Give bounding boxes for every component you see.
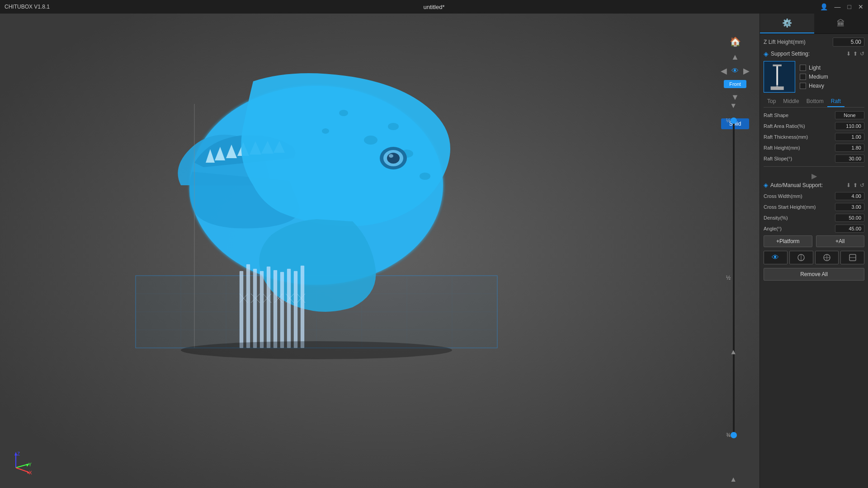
medium-checkbox-row[interactable]: Medium	[800, 74, 828, 80]
layer-toggle-button-3[interactable]	[840, 251, 864, 264]
auto-import-btn[interactable]: ⬇	[846, 182, 851, 188]
x-axis-label: X	[29, 470, 32, 474]
remove-all-button[interactable]: Remove All	[764, 268, 864, 281]
angle-input[interactable]	[835, 225, 864, 233]
tab-middle[interactable]: Middle	[779, 96, 802, 107]
title-bar: CHITUBOX V1.8.1 untitled* 👤 — □ ✕	[0, 0, 868, 14]
svg-point-26	[322, 128, 329, 134]
cross-width-row: Cross Width(mm)	[764, 192, 864, 200]
three-quarter-label: ¾	[726, 432, 731, 438]
y-axis-label: Y	[28, 462, 32, 467]
import-support-btn[interactable]: ⬇	[846, 51, 851, 57]
svg-rect-40	[287, 269, 291, 348]
minimize-button[interactable]: —	[835, 3, 841, 10]
collapse-raft-arrow[interactable]: ▶	[764, 170, 864, 182]
svg-rect-39	[280, 272, 284, 348]
support-icon: ◈	[764, 50, 769, 57]
collapse-up-arrow2[interactable]: ▲	[730, 348, 737, 356]
raft-area-ratio-input[interactable]	[835, 122, 864, 130]
axis-indicator: Z Y X	[7, 447, 34, 474]
raft-thickness-input[interactable]	[835, 133, 864, 141]
svg-rect-67	[773, 65, 781, 66]
svg-rect-34	[246, 264, 250, 348]
maximize-button[interactable]: □	[848, 3, 851, 10]
right-panel: ⚙️ 🏛 Z Lift Height(mm) ◈ Support Setting…	[760, 14, 868, 488]
cross-start-height-row: Cross Start Height(mm)	[764, 203, 864, 211]
auto-export-btn[interactable]: ⬆	[853, 182, 858, 188]
tab-model[interactable]: 🏛	[814, 14, 868, 33]
settings-icon: ⚙️	[782, 18, 792, 28]
svg-rect-41	[294, 271, 297, 348]
window-title: untitled*	[424, 4, 445, 10]
platform-button[interactable]: +Platform	[764, 235, 812, 247]
heavy-label: Heavy	[809, 83, 824, 89]
auto-manual-header: ◈ Auto/Manual Support: ⬇ ⬆ ↺	[764, 182, 864, 188]
viewport-navigation: 🏠 ▲ ◀ 👁 ▶ Front ▼ Solid	[717, 36, 753, 129]
z-axis-label: Z	[17, 451, 20, 456]
medium-label: Medium	[809, 74, 828, 80]
layer-toggle-button-2[interactable]	[815, 251, 839, 264]
user-icon[interactable]: 👤	[820, 3, 828, 10]
tab-top[interactable]: Top	[764, 96, 779, 107]
raft-settings: Raft Shape Raft Area Ratio(%) Raft Thick…	[764, 111, 864, 163]
raft-shape-row: Raft Shape	[764, 111, 864, 119]
panel-tabs: ⚙️ 🏛	[760, 14, 868, 34]
support-setting-header: ◈ Support Setting: ⬇ ⬆ ↺	[764, 50, 864, 57]
raft-slope-input[interactable]	[835, 155, 864, 163]
z-slider-thumb-top[interactable]	[731, 117, 737, 124]
svg-rect-35	[253, 269, 257, 348]
svg-rect-33	[240, 271, 243, 348]
view-right-button[interactable]: ▶	[740, 65, 753, 77]
export-support-btn[interactable]: ⬆	[853, 51, 858, 57]
cross-width-input[interactable]	[835, 192, 864, 200]
angle-row: Angle(°)	[764, 225, 864, 233]
view-eye-button[interactable]: 👁	[731, 67, 739, 75]
z-slider-thumb-bottom[interactable]	[731, 432, 737, 438]
view-up-button[interactable]: ▲	[729, 51, 741, 63]
view-front-label[interactable]: Front	[724, 80, 746, 88]
auto-manual-label: Auto/Manual Support:	[770, 182, 823, 188]
heavy-checkbox-row[interactable]: Heavy	[800, 83, 828, 89]
tab-bottom[interactable]: Bottom	[803, 96, 827, 107]
eye-toggle-button[interactable]: 👁	[764, 251, 788, 264]
auto-refresh-btn[interactable]: ↺	[860, 182, 864, 188]
tab-raft[interactable]: Raft	[827, 96, 844, 107]
raft-slope-label: Raft Slope(°)	[764, 156, 835, 161]
3d-viewport[interactable]: 🏠 ▲ ◀ 👁 ▶ Front ▼ Solid ¼	[0, 14, 760, 488]
layer-toggle-button-1[interactable]	[789, 251, 813, 264]
close-button[interactable]: ✕	[858, 3, 863, 10]
svg-rect-42	[301, 266, 304, 348]
panel-content: Z Lift Height(mm) ◈ Support Setting: ⬇ ⬆…	[760, 34, 868, 488]
cross-start-height-label: Cross Start Height(mm)	[764, 204, 835, 210]
sub-tabs: Top Middle Bottom Raft	[764, 96, 864, 108]
refresh-support-btn[interactable]: ↺	[860, 51, 864, 57]
z-slider-track[interactable]	[733, 117, 735, 438]
all-button[interactable]: +All	[816, 235, 865, 247]
support-options: Light Medium Heavy	[764, 61, 864, 93]
svg-rect-37	[267, 267, 270, 348]
light-checkbox[interactable]	[800, 65, 806, 71]
action-buttons-row: +Platform +All	[764, 235, 864, 247]
raft-height-input[interactable]	[835, 144, 864, 152]
collapse-up-arrow[interactable]: ▲	[730, 475, 737, 483]
heavy-checkbox[interactable]	[800, 83, 806, 89]
z-lift-input[interactable]	[833, 38, 864, 47]
raft-height-row: Raft Height(mm)	[764, 144, 864, 152]
cross-start-height-input[interactable]	[835, 203, 864, 211]
svg-point-28	[420, 173, 430, 180]
raft-thickness-row: Raft Thickness(mm)	[764, 133, 864, 141]
svg-rect-64	[776, 66, 778, 85]
tab-settings[interactable]: ⚙️	[760, 14, 814, 33]
raft-shape-label: Raft Shape	[764, 113, 835, 118]
density-input[interactable]	[835, 214, 864, 222]
svg-rect-66	[771, 86, 784, 90]
light-checkbox-row[interactable]: Light	[800, 65, 828, 71]
home-icon[interactable]: 🏠	[730, 36, 741, 47]
raft-shape-input[interactable]	[835, 111, 864, 119]
medium-checkbox[interactable]	[800, 74, 806, 80]
view-left-button[interactable]: ◀	[717, 65, 730, 77]
collapse-down-arrow[interactable]: ▼	[730, 102, 737, 110]
z-lift-row: Z Lift Height(mm)	[764, 38, 864, 47]
light-label: Light	[809, 65, 821, 71]
svg-point-23	[364, 136, 377, 145]
